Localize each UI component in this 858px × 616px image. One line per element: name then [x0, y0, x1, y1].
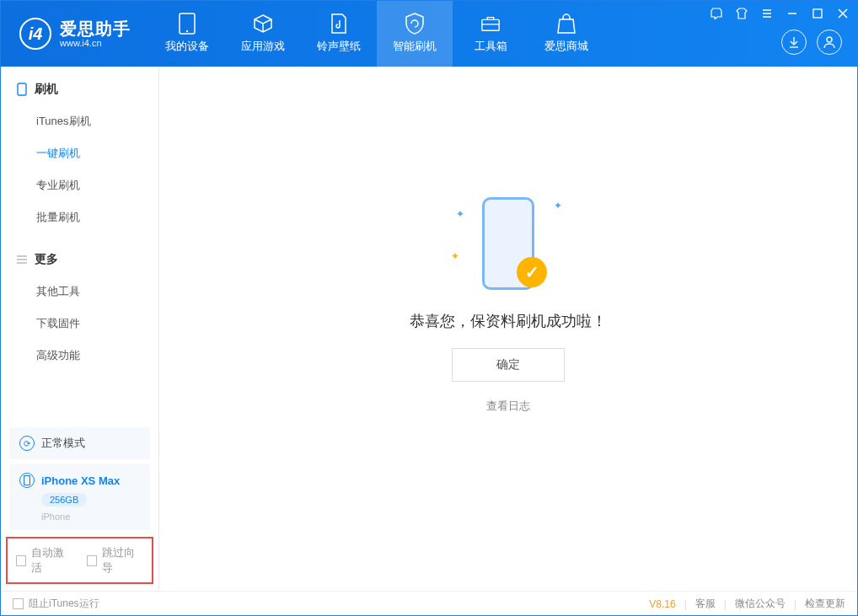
svg-rect-2	[482, 19, 499, 30]
sidebar-item-pro-flash[interactable]: 专业刷机	[1, 169, 158, 201]
skin-icon[interactable]	[732, 4, 751, 23]
checkmark-badge-icon: ✓	[517, 257, 547, 287]
sparkle-icon: ✦	[456, 208, 464, 220]
user-button[interactable]	[817, 29, 842, 55]
window-controls	[707, 4, 852, 23]
feedback-icon[interactable]	[707, 4, 726, 23]
logo-area: i4 爱思助手 www.i4.cn	[1, 18, 149, 50]
svg-point-5	[827, 37, 832, 42]
sidebar-item-other-tools[interactable]: 其他工具	[1, 276, 158, 308]
main-content: ✦ ✦ ✦ ✓ 恭喜您，保资料刷机成功啦！ 确定 查看日志	[159, 67, 857, 591]
footer-link-wechat[interactable]: 微信公众号	[735, 597, 786, 611]
tab-label: 铃声壁纸	[317, 39, 361, 54]
device-capacity: 256GB	[41, 493, 87, 506]
minimize-button[interactable]	[783, 4, 802, 23]
device-type: iPhone	[41, 512, 140, 522]
tab-toolbox[interactable]: 工具箱	[453, 1, 528, 67]
tab-my-device[interactable]: 我的设备	[149, 1, 225, 67]
download-button[interactable]	[781, 29, 807, 55]
phone-small-icon	[16, 83, 28, 95]
menu-icon[interactable]	[758, 4, 776, 23]
close-button[interactable]	[834, 4, 852, 23]
svg-point-1	[186, 30, 188, 32]
nav-tabs: 我的设备 应用游戏 铃声壁纸 智能刷机 工具箱 爱思商城	[149, 1, 604, 67]
device-box[interactable]: iPhone XS Max 256GB iPhone	[9, 464, 150, 530]
checkbox-icon	[13, 598, 24, 609]
device-icon	[177, 13, 197, 34]
tab-label: 工具箱	[475, 39, 507, 54]
tab-label: 应用游戏	[241, 39, 285, 54]
checkbox-icon	[16, 555, 26, 566]
device-name: iPhone XS Max	[41, 474, 120, 487]
sidebar-item-download-firmware[interactable]: 下载固件	[1, 308, 158, 340]
mode-box[interactable]: ⟳ 正常模式	[9, 427, 150, 459]
music-file-icon	[329, 13, 349, 34]
svg-rect-4	[813, 9, 822, 18]
checkbox-row-highlighted: 自动激活 跳过向导	[6, 537, 153, 584]
app-header: i4 爱思助手 www.i4.cn 我的设备 应用游戏 铃声壁纸 智能刷机 工具…	[1, 1, 857, 67]
mode-label: 正常模式	[41, 436, 85, 451]
sync-icon: ⟳	[19, 436, 35, 451]
footer-bar: 阻止iTunes运行 V8.16 | 客服 | 微信公众号 | 检查更新	[1, 591, 857, 616]
shield-refresh-icon	[405, 13, 425, 34]
checkbox-block-itunes[interactable]: 阻止iTunes运行	[13, 597, 99, 611]
sidebar-item-batch-flash[interactable]: 批量刷机	[1, 201, 158, 233]
maximize-button[interactable]	[808, 4, 827, 23]
tab-label: 智能刷机	[393, 39, 437, 54]
sparkle-icon: ✦	[554, 200, 562, 212]
tab-store[interactable]: 爱思商城	[528, 1, 604, 67]
tab-label: 我的设备	[165, 39, 209, 54]
footer-link-update[interactable]: 检查更新	[805, 597, 845, 611]
checkbox-auto-activate[interactable]: 自动激活	[16, 545, 73, 576]
sidebar: 刷机 iTunes刷机 一键刷机 专业刷机 批量刷机 更多 其他工具 下载固件 …	[1, 67, 159, 591]
tab-label: 爱思商城	[544, 39, 588, 54]
sidebar-item-itunes-flash[interactable]: iTunes刷机	[1, 105, 158, 137]
sidebar-item-onekey-flash[interactable]: 一键刷机	[1, 137, 158, 169]
cube-icon	[253, 13, 273, 34]
tab-ringtone-wallpaper[interactable]: 铃声壁纸	[301, 1, 377, 67]
version-label: V8.16	[649, 598, 675, 610]
toolbox-icon	[480, 13, 501, 34]
phone-circle-icon	[19, 473, 35, 488]
checkbox-skip-guide[interactable]: 跳过向导	[87, 545, 144, 576]
view-log-link[interactable]: 查看日志	[486, 399, 530, 414]
success-illustration: ✦ ✦ ✦ ✓	[449, 193, 567, 294]
tab-smart-flash[interactable]: 智能刷机	[377, 1, 453, 67]
tab-apps-games[interactable]: 应用游戏	[225, 1, 301, 67]
bag-icon	[556, 13, 576, 34]
sidebar-item-advanced[interactable]: 高级功能	[1, 340, 158, 372]
app-title: 爱思助手	[60, 19, 131, 38]
checkbox-icon	[87, 555, 97, 566]
sidebar-section-more: 更多	[1, 249, 158, 276]
success-message: 恭喜您，保资料刷机成功啦！	[410, 311, 607, 331]
svg-rect-7	[24, 476, 30, 485]
svg-rect-6	[18, 83, 26, 95]
footer-link-support[interactable]: 客服	[695, 597, 716, 611]
list-icon	[16, 254, 28, 265]
app-subtitle: www.i4.cn	[60, 38, 131, 48]
sidebar-section-flash: 刷机	[1, 78, 158, 105]
sparkle-icon: ✦	[451, 250, 459, 262]
ok-button[interactable]: 确定	[452, 348, 565, 382]
logo-icon: i4	[19, 18, 51, 50]
